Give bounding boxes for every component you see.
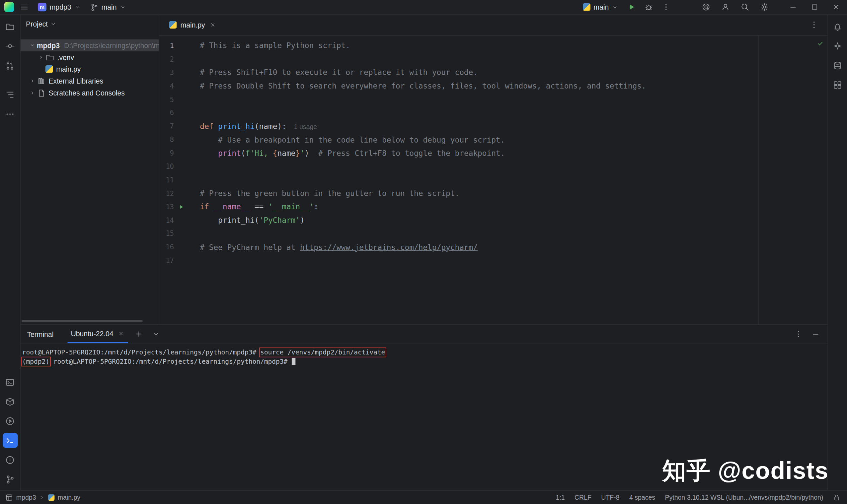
tree-item-label: mpdp3 [37,41,60,49]
project-widget[interactable]: m mpdp3 [35,1,84,13]
tree-item-label: .venv [57,53,74,61]
line-number: 7 [159,122,174,130]
editor-options-icon[interactable] [807,19,821,31]
terminal-cursor [291,358,295,365]
terminal-tabs-dropdown-icon[interactable] [150,328,162,341]
titlebar: m mpdp3 main main [0,0,847,15]
statusbar: mpdp3 main.py 1:1 CRLF UTF-8 4 spaces Py… [0,490,847,504]
statusbar-project[interactable]: mpdp3 [16,493,36,501]
code-line: 5 [159,92,827,106]
chevron-right-icon[interactable] [28,89,37,97]
python-console-icon[interactable] [2,375,18,390]
database-icon[interactable] [830,58,845,73]
line-separator[interactable]: CRLF [574,493,591,501]
python-file-icon [48,494,54,501]
structure-icon[interactable] [2,87,18,102]
python-interpreter[interactable]: Python 3.10.12 WSL (Ubun.../venvs/mpdp2/… [665,493,823,501]
editor-code[interactable]: 1# This is a sample Python script.23# Pr… [159,35,827,324]
ai-assistant-icon[interactable] [699,1,713,13]
code-line: 4# Press Double Shift to search everywhe… [159,79,827,93]
run-line-icon[interactable] [174,204,188,210]
hide-terminal-icon[interactable] [809,328,822,341]
minimize-button[interactable] [782,0,804,14]
indent-style[interactable]: 4 spaces [629,493,655,501]
ai-assistant-icon[interactable] [830,38,845,54]
code-line: 17 [159,254,827,267]
search-everywhere-icon[interactable] [738,1,752,13]
left-toolwindow-strip [0,15,21,490]
tree-item-scratches-and-consoles[interactable]: Scratches and Consoles [21,87,159,99]
line-number: 12 [159,189,174,197]
line-number: 2 [159,55,174,63]
terminal-tab-ubuntu[interactable]: Ubuntu-22.04 [68,325,128,343]
project-panel-title[interactable]: Project [26,20,48,28]
project-name: mpdp3 [50,3,71,11]
more-actions-icon[interactable] [659,1,673,13]
services-icon[interactable] [2,413,18,429]
code-with-me-icon[interactable] [719,1,732,13]
project-window-icon[interactable] [5,493,13,501]
chevron-right-icon [39,495,45,500]
line-number: 17 [159,256,174,264]
chevron-right-icon[interactable] [37,53,46,62]
chevron-down-icon[interactable] [28,41,37,50]
close-button[interactable] [826,0,847,14]
annotation-highlight: (mpdp2) [22,358,49,365]
close-terminal-tab-icon[interactable] [117,329,125,337]
run-config-widget[interactable]: main [580,1,621,13]
code-line: 6 [159,106,827,120]
problems-icon[interactable] [2,452,18,468]
project-icon[interactable] [2,19,18,34]
chevron-down-icon [50,21,56,27]
maximize-button[interactable] [804,0,826,14]
settings-icon[interactable] [757,1,771,13]
terminal-options-icon[interactable] [792,328,805,341]
usage-inlay-hint[interactable]: 1 usage [294,123,317,131]
statusbar-file[interactable]: main.py [58,493,80,501]
line-number: 5 [159,95,174,103]
caret-position[interactable]: 1:1 [556,493,565,501]
run-config-name: main [593,3,609,11]
window-controls [782,0,847,14]
tree-item-label: Scratches and Consoles [49,89,124,97]
terminal-panel-title[interactable]: Terminal [27,330,53,338]
project-hscrollbar[interactable] [21,320,143,322]
tree-item-venv[interactable]: .venv [21,51,159,63]
code-line: 12# Press the green button in the gutter… [159,187,827,200]
annotation-highlight: source /venvs/mpdp2/bin/activate [260,348,385,356]
python-packages-icon[interactable] [2,394,18,409]
more-tool-windows-icon[interactable] [2,106,18,122]
line-number: 3 [159,68,174,76]
pycharm-logo-icon[interactable] [4,2,14,12]
tree-item-mpdp3[interactable]: mpdp3D:\Projects\learnings\python\m [21,39,159,51]
chevron-right-icon[interactable] [28,77,37,85]
plugins-icon[interactable] [830,77,845,92]
lock-icon[interactable] [833,493,841,501]
inspections-ok-icon[interactable] [817,40,824,47]
debug-button[interactable] [642,1,656,13]
terminal-icon[interactable] [2,433,18,448]
commit-icon[interactable] [2,38,18,54]
version-control-icon[interactable] [2,471,18,487]
new-terminal-icon[interactable] [133,328,145,341]
close-tab-icon[interactable] [209,21,217,29]
project-avatar: m [38,3,47,11]
tree-item-external-libraries[interactable]: External Libraries [21,75,159,87]
line-number: 16 [159,243,174,251]
code-line: 16# See PyCharm help at https://www.jetb… [159,240,827,254]
tree-item-path: D:\Projects\learnings\python\m [64,41,159,49]
run-button[interactable] [624,1,638,13]
vcs-branch-widget[interactable]: main [87,1,129,13]
tab-main-py[interactable]: main.py [165,15,221,35]
code-line: 1# This is a sample Python script. [159,39,827,52]
main-menu-icon[interactable] [17,1,31,13]
line-number: 8 [159,136,174,144]
notifications-icon[interactable] [830,19,845,34]
file-encoding[interactable]: UTF-8 [601,493,619,501]
tree-item-main-py[interactable]: main.py [21,63,159,75]
chevron-down-icon [74,4,80,10]
python-logo-icon [583,3,590,11]
editor-area: main.py 1# This is a sample Python scrip… [159,15,827,324]
line-number: 1 [159,41,174,49]
pull-requests-icon[interactable] [2,58,18,73]
